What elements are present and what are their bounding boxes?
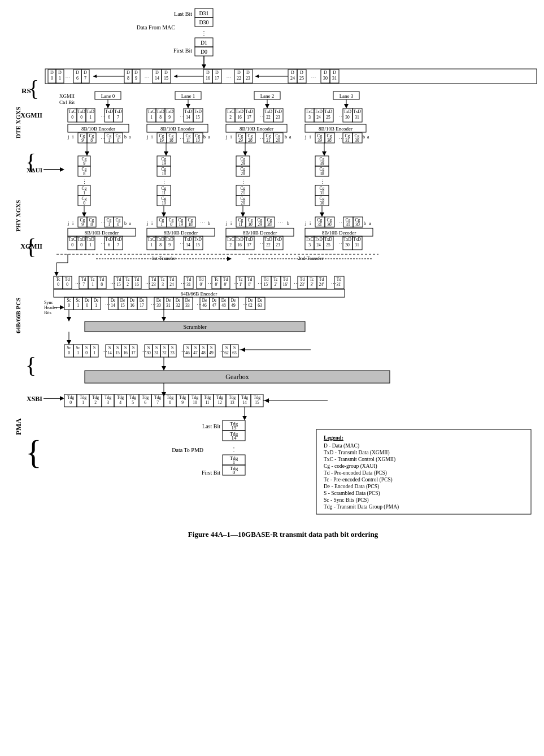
svg-text:17: 17 — [131, 350, 136, 355]
svg-text:TxD: TxD — [184, 237, 192, 242]
svg-text:Tc: Tc — [90, 277, 95, 282]
legend-item-de: De - Encoded Data (PCS) — [324, 484, 379, 490]
xgmii-ctrl-bit-label2: Ctrl Bit — [59, 99, 75, 105]
svg-text:D: D — [206, 70, 210, 75]
svg-text:8: 8 — [83, 171, 85, 176]
svg-text:0: 0 — [71, 242, 73, 247]
svg-text:S: S — [155, 345, 158, 350]
svg-text:…: … — [151, 300, 156, 306]
svg-text:S: S — [132, 345, 134, 350]
svg-text:Tdg: Tdg — [154, 395, 161, 400]
svg-text:10: 10 — [248, 222, 253, 227]
svg-text:…: … — [311, 73, 316, 79]
svg-text:TxD: TxD — [274, 109, 282, 114]
svg-marker-575 — [67, 340, 71, 345]
svg-marker-69 — [106, 104, 110, 108]
svg-marker-423 — [54, 272, 59, 276]
svg-text:D0: D0 — [201, 49, 207, 55]
svg-text:TxD: TxD — [343, 237, 351, 242]
legend-title: Legend: — [324, 435, 343, 441]
svg-text:8: 8 — [101, 282, 103, 287]
svg-text:0: 0 — [83, 201, 85, 206]
svg-text:…: … — [258, 279, 263, 285]
svg-text:31: 31 — [186, 282, 191, 287]
svg-text:15: 15 — [195, 115, 200, 120]
svg-text:0: 0 — [57, 282, 59, 287]
svg-text:Td: Td — [186, 277, 192, 282]
svg-text:9: 9 — [135, 76, 137, 81]
svg-marker-224 — [60, 167, 64, 172]
pma-label: PMA — [14, 418, 23, 435]
svg-text:1: 1 — [95, 303, 97, 308]
svg-text:a: a — [208, 134, 210, 140]
first-transfer-label: 1st Transfer — [152, 255, 176, 261]
legend-item-txd: TxD - Transmit Data (XGMII) — [324, 450, 390, 456]
svg-marker-284 — [320, 212, 324, 217]
svg-text:2: 2 — [229, 242, 232, 247]
svg-text:32: 32 — [162, 350, 167, 355]
pcs-encoder-label: 64B/66B Encoder — [181, 291, 217, 297]
svg-text:0: 0 — [71, 115, 73, 120]
svg-text:23: 23 — [276, 115, 280, 120]
svg-text:De: De — [258, 298, 263, 303]
svg-text:…: … — [278, 219, 283, 224]
encoder1-label: 8B/10B Encoder — [160, 126, 194, 132]
svg-text:Tdg: Tdg — [229, 395, 236, 400]
svg-text:De: De — [166, 298, 171, 303]
svg-text:16: 16 — [206, 76, 210, 81]
svg-text:3: 3 — [308, 242, 311, 247]
svg-text:13: 13 — [230, 400, 234, 405]
svg-text:16: 16 — [130, 303, 134, 308]
svg-text:Td: Td — [319, 277, 324, 282]
svg-text:19: 19 — [162, 161, 166, 166]
svg-text:Td: Td — [169, 277, 175, 282]
svg-text:⋮: ⋮ — [241, 179, 246, 185]
svg-text:D: D — [215, 70, 219, 75]
decoder3-label: 8B/10B Decoder — [322, 230, 356, 236]
first-bit-tdg-label: First Bit — [202, 470, 220, 476]
svg-text:Tc: Tc — [214, 277, 219, 282]
lane3-label: Lane 3 — [340, 93, 354, 99]
svg-text:i: i — [310, 134, 311, 140]
svg-text:16': 16' — [283, 282, 289, 287]
svg-text:Td: Td — [199, 277, 204, 282]
svg-text:1: 1 — [93, 350, 95, 355]
svg-text:D: D — [324, 70, 327, 75]
figure-caption: Figure 44A–1—10GBASE-R transmit data pat… — [188, 530, 378, 538]
svg-text:31: 31 — [166, 303, 171, 308]
svg-text:30: 30 — [146, 350, 151, 355]
svg-text:De: De — [212, 298, 217, 303]
svg-text:48: 48 — [221, 303, 226, 308]
svg-text:TxC: TxC — [68, 237, 76, 242]
svg-text:1: 1 — [233, 459, 236, 465]
svg-text:S: S — [210, 345, 212, 350]
svg-text:Tc: Tc — [238, 277, 243, 282]
svg-text:De: De — [202, 298, 207, 303]
svg-text:a: a — [369, 221, 371, 226]
svg-text:TxD: TxD — [264, 109, 272, 114]
svg-text:D: D — [127, 70, 130, 75]
svg-text:De: De — [156, 298, 162, 303]
svg-text:De: De — [231, 298, 236, 303]
svg-text:Tdg: Tdg — [80, 395, 86, 400]
svg-text:j: j — [304, 221, 306, 226]
svg-text:De: De — [94, 298, 99, 303]
svg-text:30: 30 — [345, 115, 350, 120]
svg-text:7: 7 — [117, 242, 119, 247]
svg-text:TxD: TxD — [184, 109, 192, 114]
svg-text:D: D — [76, 70, 79, 75]
svg-text:21: 21 — [241, 190, 245, 195]
svg-text:15: 15 — [120, 303, 125, 308]
svg-marker-239 — [82, 212, 86, 217]
encoder2-label: 8B/10B Encoder — [240, 126, 273, 132]
svg-text:7: 7 — [82, 282, 85, 287]
svg-text:D: D — [291, 70, 294, 75]
xgmii-ctrl-bit-label: XGMII — [59, 93, 75, 99]
svg-text:7: 7 — [84, 76, 86, 81]
encoder0-label: 8B/10B Encoder — [81, 126, 115, 132]
svg-text:…: … — [339, 134, 344, 140]
svg-text:Tdg: Tdg — [192, 395, 198, 400]
legend-item-td: Td - Pre-encoded Data (PCS) — [324, 470, 387, 476]
svg-text:15: 15 — [115, 350, 120, 355]
svg-text:De: De — [85, 298, 90, 303]
